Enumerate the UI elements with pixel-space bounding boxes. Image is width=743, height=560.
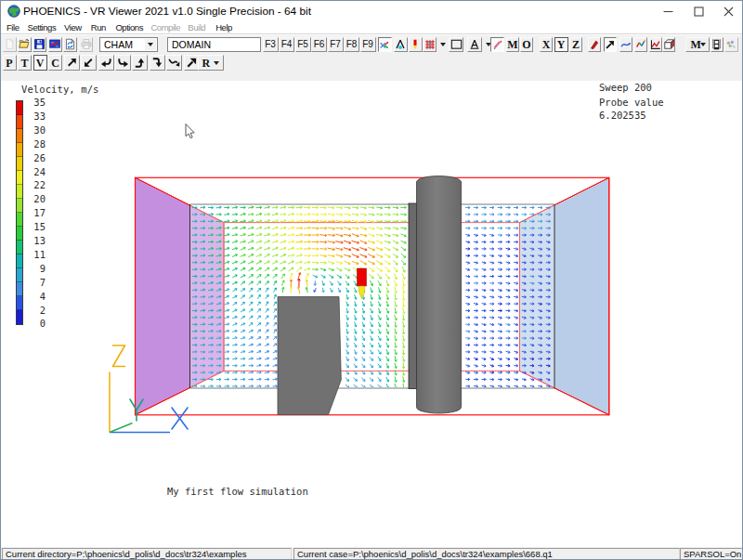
maximize-button[interactable]: [684, 1, 712, 21]
cylinder-object[interactable]: [417, 176, 462, 413]
menu-view[interactable]: View: [64, 21, 82, 35]
menu-compile: Compile: [150, 21, 180, 35]
scene-3d-view[interactable]: [1, 81, 742, 547]
status-bar: Current directory=P:\phoenics\d_polis\d_…: [1, 547, 742, 560]
text-mode-button[interactable]: T: [18, 55, 32, 71]
button-label: V: [36, 58, 45, 69]
pen-button[interactable]: [588, 37, 601, 52]
z-plane-button[interactable]: Z: [569, 37, 582, 52]
corner-up-icon: [133, 56, 147, 70]
window-title: PHOENICS - VR Viewer 2021 v1.0 Single Pr…: [23, 5, 311, 18]
edit-object-button[interactable]: [490, 37, 504, 52]
button-label: Y: [557, 39, 566, 50]
probe-mode-button[interactable]: P: [3, 55, 17, 71]
rotate-up-right-button[interactable]: [64, 55, 80, 71]
box3d-icon: [662, 37, 676, 51]
mesh-button[interactable]: M: [506, 37, 519, 52]
macro-dropdown-button[interactable]: M: [685, 37, 710, 52]
cham-combobox-arrow[interactable]: [145, 39, 156, 50]
blockage-box-object[interactable]: [278, 297, 341, 415]
new-file-button[interactable]: [3, 37, 17, 52]
button-label: F4: [281, 40, 293, 49]
grid-icon: [424, 38, 437, 51]
button-label: R: [202, 58, 210, 69]
print-button[interactable]: [79, 37, 93, 52]
button-label: F8: [346, 40, 358, 49]
domain-field[interactable]: DOMAIN: [167, 37, 261, 52]
close-button[interactable]: [714, 1, 742, 21]
button-label: C: [51, 58, 59, 69]
viewer-options-button[interactable]: [724, 37, 738, 52]
open-folder-icon: [18, 38, 31, 50]
select-arrow-button[interactable]: [604, 37, 617, 52]
menu-file[interactable]: File: [7, 21, 20, 35]
fkey-f5[interactable]: F5: [295, 37, 311, 52]
probe-toggle-button[interactable]: [409, 37, 423, 52]
rotate-down-left-button[interactable]: [81, 55, 97, 71]
arrow-ne-icon: [185, 56, 199, 70]
fkey-f7[interactable]: F7: [328, 37, 344, 52]
cham-combobox[interactable]: CHAM: [99, 37, 158, 52]
baffle-plate-object[interactable]: [409, 203, 417, 389]
button-label: F5: [297, 40, 308, 49]
minimize-button[interactable]: [654, 1, 682, 21]
reset-view-dropdown[interactable]: [214, 61, 219, 65]
x-plane-button[interactable]: X: [540, 37, 553, 52]
button-label: O: [522, 39, 530, 50]
save-icon: [33, 38, 46, 50]
grid-toggle-button[interactable]: [423, 37, 437, 52]
annotate-button[interactable]: [467, 37, 482, 52]
plot-icon: [649, 38, 662, 51]
menu-settings[interactable]: Settings: [28, 21, 57, 35]
minimize-icon: [663, 7, 673, 17]
view-mode-button[interactable]: V: [33, 55, 47, 71]
wireframe-toggle-button[interactable]: [449, 37, 463, 52]
movie-button[interactable]: [710, 37, 723, 52]
streamline-icon: [619, 38, 632, 51]
fkey-f8[interactable]: F8: [344, 37, 359, 52]
box3d-button[interactable]: [662, 37, 675, 52]
swivel-button[interactable]: [166, 55, 182, 71]
tilt-down-button[interactable]: [150, 55, 165, 71]
fkey-f6[interactable]: F6: [311, 37, 327, 52]
open-file-button[interactable]: [18, 37, 32, 52]
macro-dropdown-button-dropdown[interactable]: [700, 43, 706, 46]
button-label: F9: [362, 40, 373, 49]
save-button[interactable]: [33, 37, 46, 52]
monitor-button[interactable]: [48, 37, 62, 52]
fkey-f3[interactable]: F3: [263, 37, 279, 52]
fkey-f4[interactable]: F4: [279, 37, 294, 52]
outline-button[interactable]: O: [520, 37, 533, 52]
contours-icon: [394, 38, 407, 51]
menu-run[interactable]: Run: [91, 21, 106, 35]
particles-button[interactable]: [634, 37, 647, 52]
button-label: F7: [330, 40, 341, 49]
reset-view-button[interactable]: R: [198, 55, 225, 71]
rotate-right-button[interactable]: [115, 55, 131, 71]
cell-mode-button[interactable]: C: [48, 55, 62, 71]
app-icon: [7, 5, 20, 18]
pen-icon: [588, 38, 601, 51]
fkey-f9[interactable]: F9: [360, 37, 376, 52]
status-sparsol: SPARSOL=On: [680, 548, 743, 560]
y-plane-button[interactable]: Y: [554, 37, 568, 52]
vectors-toggle-button[interactable]: [378, 37, 392, 52]
menu-help[interactable]: Help: [215, 21, 232, 35]
streamline-button[interactable]: [619, 37, 632, 52]
reload-button[interactable]: [63, 37, 77, 52]
rotate-left-button[interactable]: [98, 55, 114, 71]
menu-options[interactable]: Options: [115, 21, 143, 35]
rotate-ne-icon: [65, 56, 79, 70]
graph-monitor-icon: [48, 38, 61, 50]
probe-icon: [409, 38, 422, 51]
reload-page-icon: [64, 38, 76, 50]
corner-down-icon: [150, 56, 164, 70]
title-bar: PHOENICS - VR Viewer 2021 v1.0 Single Pr…: [1, 1, 742, 21]
contours-toggle-button[interactable]: [394, 37, 408, 52]
viewport[interactable]: Velocity, m/s 35333028262422201715131197…: [1, 81, 742, 547]
grid-toggle-button-dropdown[interactable]: [440, 43, 446, 46]
button-label: M: [507, 39, 517, 50]
plot-button[interactable]: [649, 37, 662, 52]
select-arrow-icon: [604, 38, 617, 51]
tilt-up-button[interactable]: [132, 55, 148, 71]
